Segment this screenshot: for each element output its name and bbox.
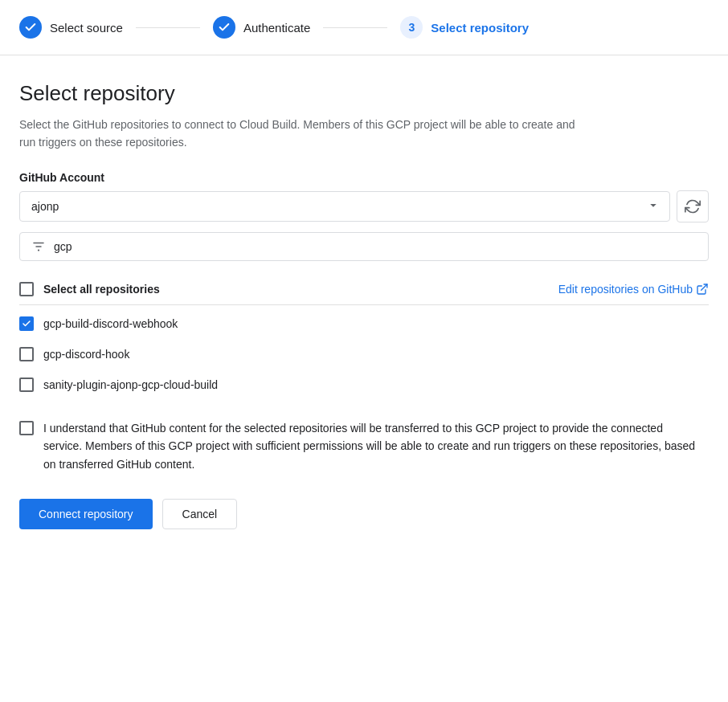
repo-checkbox-2[interactable]: [19, 378, 34, 392]
refresh-button[interactable]: [677, 190, 709, 222]
footer-buttons: Connect repository Cancel: [19, 499, 709, 529]
svg-line-3: [701, 284, 707, 290]
account-select-wrapper: ajonp: [19, 191, 670, 222]
main-content: Select repository Select the GitHub repo…: [0, 55, 728, 549]
edit-repositories-link[interactable]: Edit repositories on GitHub: [558, 283, 709, 296]
connect-repository-button[interactable]: Connect repository: [19, 499, 153, 529]
select-all-checkbox[interactable]: [19, 282, 34, 296]
select-all-row: Select all repositories: [19, 282, 160, 296]
filter-input[interactable]: [54, 240, 697, 253]
stepper: Select source Authenticate 3 Select repo…: [0, 0, 728, 55]
step-1: Select source: [19, 16, 123, 39]
step-1-check-icon: [19, 16, 42, 39]
repo-checkbox-0[interactable]: [19, 316, 34, 331]
select-all-label: Select all repositories: [43, 283, 160, 296]
list-item: gcp-build-discord-webhook: [19, 308, 709, 339]
page-description: Select the GitHub repositories to connec…: [19, 116, 582, 152]
github-account-label: GitHub Account: [19, 171, 709, 184]
edit-repositories-label: Edit repositories on GitHub: [558, 283, 693, 296]
list-item: sanity-plugin-ajonp-gcp-cloud-build: [19, 369, 709, 400]
step-3-number: 3: [400, 16, 423, 39]
repo-list-header: Select all repositories Edit repositorie…: [19, 274, 709, 305]
step-divider-1: [136, 27, 200, 28]
step-2-label: Authenticate: [243, 21, 310, 35]
consent-section: I understand that GitHub content for the…: [19, 419, 709, 473]
step-1-label: Select source: [50, 21, 123, 35]
step-2: Authenticate: [213, 16, 310, 39]
consent-checkbox[interactable]: [19, 421, 34, 435]
step-3: 3 Select repository: [400, 16, 529, 39]
repo-name-1: gcp-discord-hook: [43, 348, 129, 361]
page-title: Select repository: [19, 81, 709, 106]
step-2-check-icon: [213, 16, 235, 39]
step-divider-2: [323, 27, 387, 28]
repo-name-2: sanity-plugin-ajonp-gcp-cloud-build: [43, 378, 218, 391]
account-select[interactable]: ajonp: [19, 191, 670, 222]
consent-text: I understand that GitHub content for the…: [43, 419, 702, 473]
repository-list: gcp-build-discord-webhook gcp-discord-ho…: [19, 308, 709, 400]
external-link-icon: [696, 283, 709, 296]
cancel-button[interactable]: Cancel: [162, 499, 238, 529]
filter-row: [19, 232, 709, 261]
account-row: ajonp: [19, 190, 709, 222]
repo-checkbox-1[interactable]: [19, 347, 34, 361]
filter-icon: [31, 239, 46, 254]
list-item: gcp-discord-hook: [19, 339, 709, 369]
repo-name-0: gcp-build-discord-webhook: [43, 317, 178, 330]
step-3-label: Select repository: [431, 21, 529, 35]
